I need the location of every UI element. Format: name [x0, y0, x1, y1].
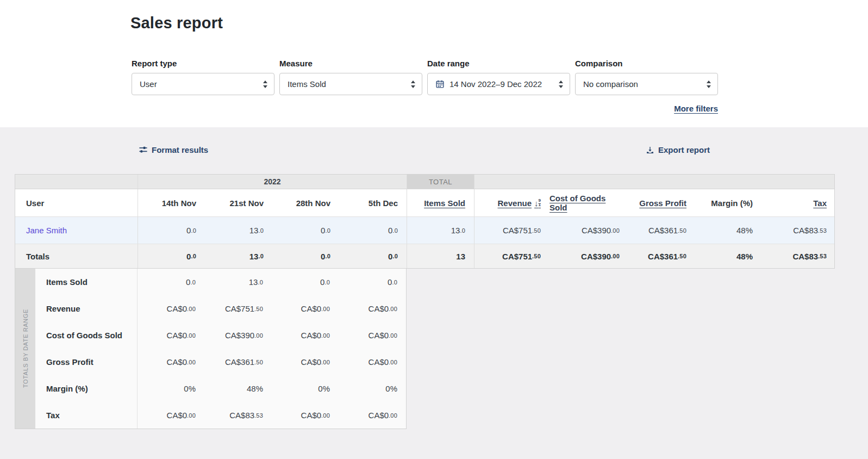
- cell-items-sold-total: 13.0: [407, 217, 474, 244]
- download-icon: [646, 146, 654, 154]
- filter-row: Report type User Measure Items Sold Date…: [132, 59, 868, 95]
- cell-gross-profit: CA$361.50: [628, 217, 695, 244]
- totals-by-date-range-label: TOTALS BY DATE RANGE: [22, 309, 29, 388]
- row-label: Gross Profit: [35, 349, 137, 375]
- totals-items-sold: 13: [407, 244, 474, 268]
- table-column-header-row: User 14th Nov 21st Nov 28th Nov 5th Dec …: [15, 189, 834, 217]
- more-filters-link[interactable]: More filters: [674, 104, 718, 113]
- user-link[interactable]: Jane Smith: [26, 226, 67, 235]
- sort-descending-icon: ↓ 91: [534, 199, 541, 208]
- column-header-margin: Margin (%): [695, 189, 761, 216]
- total-group-header: TOTAL: [407, 175, 474, 189]
- report-content: Format results Export report 2022 TOTAL: [0, 127, 868, 429]
- value-14th-nov: 0%: [137, 375, 204, 402]
- date-range-label: Date range: [427, 59, 570, 68]
- spinner-icon: [411, 80, 415, 88]
- column-header-5th-dec: 5th Dec: [339, 189, 407, 216]
- totals-margin: 48%: [695, 244, 761, 268]
- totals-gross-profit: CA$361.50: [628, 244, 695, 268]
- value-28th-nov: 0.0: [272, 269, 339, 295]
- cell-revenue: CA$751.50: [474, 217, 549, 244]
- value-14th-nov: CA$0.00: [137, 402, 204, 429]
- row-label: Cost of Goods Sold: [35, 322, 137, 349]
- format-results-button[interactable]: Format results: [139, 145, 208, 154]
- value-21st-nov: CA$83.53: [204, 402, 272, 429]
- value-28th-nov: CA$0.00: [272, 349, 339, 375]
- comparison-filter: Comparison No comparison: [575, 59, 718, 95]
- date-range-filter: Date range: [427, 59, 570, 95]
- column-header-user: User: [15, 189, 138, 216]
- date-range-select[interactable]: 14 Nov 2022–9 Dec 2022: [427, 73, 570, 95]
- column-header-revenue: Revenue ↓ 91: [474, 189, 549, 216]
- totals-items-21st-nov: 13.0: [205, 244, 272, 268]
- comparison-label: Comparison: [575, 59, 718, 68]
- value-5th-dec: CA$0.00: [339, 349, 406, 375]
- group-header-spacer: [15, 175, 138, 189]
- spinner-icon: [559, 80, 563, 88]
- value-5th-dec: CA$0.00: [339, 295, 406, 322]
- cell-tax: CA$83.53: [761, 217, 835, 244]
- cell-items-14th-nov: 0.0: [138, 217, 205, 244]
- column-header-21st-nov: 21st Nov: [205, 189, 272, 216]
- sales-report-table: 2022 TOTAL User 14th Nov 21st Nov 28th N…: [15, 174, 835, 429]
- column-header-28th-nov: 28th Nov: [272, 189, 339, 216]
- value-5th-dec: CA$0.00: [339, 322, 406, 349]
- date-range-row-cost-of-goods-sold: Cost of Goods Sold CA$0.00 CA$390.00 CA$…: [35, 322, 406, 349]
- measure-filter: Measure Items Sold: [279, 59, 422, 95]
- user-name-cell: Jane Smith: [15, 217, 138, 244]
- column-header-items-sold: Items Sold: [407, 189, 474, 216]
- value-28th-nov: CA$0.00: [272, 295, 339, 322]
- page-header: Sales report: [0, 0, 868, 46]
- table-group-header-row: 2022 TOTAL: [15, 175, 834, 189]
- date-range-value: 14 Nov 2022–9 Dec 2022: [449, 79, 542, 89]
- spinner-icon: [707, 80, 711, 88]
- export-report-label: Export report: [658, 145, 710, 154]
- spinner-icon: [263, 80, 267, 88]
- cell-items-28th-nov: 0.0: [272, 217, 339, 244]
- measure-value: Items Sold: [288, 79, 326, 89]
- totals-cost-of-goods-sold: CA$390.00: [549, 244, 628, 268]
- totals-items-28th-nov: 0.0: [272, 244, 339, 268]
- date-range-row-revenue: Revenue CA$0.00 CA$751.50 CA$0.00 CA$0.0…: [35, 295, 406, 322]
- measure-select[interactable]: Items Sold: [279, 73, 422, 95]
- row-label: Revenue: [35, 295, 137, 322]
- row-label: Margin (%): [35, 375, 137, 402]
- report-type-filter: Report type User: [132, 59, 274, 95]
- column-header-gross-profit: Gross Profit: [628, 189, 695, 216]
- user-data-row: Jane Smith 0.0 13.0 0.0 0.0 13.0 CA$751.…: [15, 217, 834, 244]
- cell-items-21st-nov: 13.0: [205, 217, 272, 244]
- more-filters-row: More filters: [132, 104, 718, 113]
- totals-row: Totals 0.0 13.0 0.0 0.0 13 CA$751.50 CA$…: [15, 244, 834, 268]
- date-range-row-gross-profit: Gross Profit CA$0.00 CA$361.50 CA$0.00 C…: [35, 349, 406, 375]
- value-21st-nov: CA$751.50: [204, 295, 272, 322]
- value-28th-nov: CA$0.00: [272, 322, 339, 349]
- totals-items-5th-dec: 0.0: [339, 244, 407, 268]
- cell-margin: 48%: [695, 217, 761, 244]
- comparison-value: No comparison: [583, 79, 638, 89]
- value-28th-nov: CA$0.00: [272, 402, 339, 429]
- report-type-label: Report type: [132, 59, 274, 68]
- totals-label: Totals: [15, 244, 138, 268]
- report-type-value: User: [140, 79, 157, 89]
- date-range-row-tax: Tax CA$0.00 CA$83.53 CA$0.00 CA$0.00: [35, 402, 406, 429]
- totals-by-date-range-strip: TOTALS BY DATE RANGE: [15, 269, 35, 429]
- value-28th-nov: 0%: [272, 375, 339, 402]
- value-21st-nov: 48%: [204, 375, 272, 402]
- column-header-cost-of-goods-sold: Cost of Goods Sold: [549, 189, 628, 216]
- date-range-row-margin: Margin (%) 0% 48% 0% 0%: [35, 375, 406, 402]
- totals-revenue: CA$751.50: [474, 244, 549, 268]
- value-5th-dec: CA$0.00: [339, 402, 406, 429]
- filter-panel: Report type User Measure Items Sold Date…: [0, 46, 868, 127]
- comparison-select[interactable]: No comparison: [575, 73, 718, 95]
- date-range-row-items-sold: Items Sold 0.0 13.0 0.0 0.0: [35, 269, 406, 295]
- report-type-select[interactable]: User: [132, 73, 274, 95]
- column-header-14th-nov: 14th Nov: [138, 189, 205, 216]
- value-21st-nov: 13.0: [204, 269, 272, 295]
- value-14th-nov: CA$0.00: [137, 295, 204, 322]
- row-label: Items Sold: [35, 269, 137, 295]
- group-header-spacer: [474, 175, 835, 189]
- export-report-button[interactable]: Export report: [646, 145, 710, 154]
- sliders-icon: [139, 145, 148, 154]
- row-label: Tax: [35, 402, 137, 429]
- value-5th-dec: 0.0: [339, 269, 406, 295]
